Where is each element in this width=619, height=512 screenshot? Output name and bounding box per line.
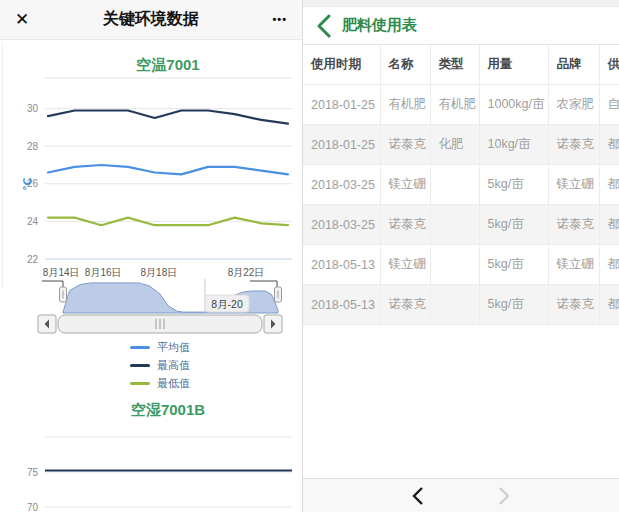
legend-dash-icon [130, 364, 150, 367]
table-cell: 诺泰克 [548, 205, 599, 245]
table-row[interactable]: 2018-03-25诺泰克5kg/亩诺泰克都安 [303, 205, 619, 245]
table-cell: 2018-03-25 [303, 165, 380, 205]
series-line [48, 111, 288, 124]
table-cell: 镁立硼 [380, 245, 430, 285]
y-axis-tick: 28 [27, 141, 39, 152]
table-cell: 2018-05-13 [303, 285, 380, 325]
table-cell: 镁立硼 [548, 165, 599, 205]
column-header: 供应商 [599, 45, 619, 85]
y-axis-tick: 24 [27, 216, 39, 227]
screen: ✕ 关键环境数据 ••• 空温70013028262422℃ 8月14日8月16… [0, 0, 619, 512]
chart-legend: 平均值最高值最低值 [130, 335, 302, 385]
legend-label: 平均值 [157, 340, 190, 355]
legend-item[interactable]: 最高值 [130, 358, 302, 373]
chart-range-navigator[interactable]: 8月14日8月16日8月18日8月22日8月-20 [0, 265, 302, 335]
back-icon[interactable] [316, 14, 332, 38]
legend-label: 最高值 [157, 358, 190, 373]
y-axis-tick: 22 [27, 254, 39, 265]
table-cell: 都安 [599, 165, 619, 205]
chart-title: 空湿7001B [131, 401, 205, 418]
table-cell: 诺泰克 [380, 125, 430, 165]
table-cell: 2018-01-25 [303, 125, 380, 165]
table-row[interactable]: 2018-01-25诺泰克化肥10kg/亩诺泰克都安 [303, 125, 619, 165]
navigator-tooltip-label: 8月-20 [211, 298, 243, 310]
y-axis-tick: 70 [27, 502, 39, 512]
column-header: 使用时期 [303, 45, 380, 85]
table-cell: 诺泰克 [380, 285, 430, 325]
legend-dash-icon [130, 346, 150, 349]
table-cell [430, 245, 479, 285]
top-strip [303, 0, 619, 7]
table-cell: 都安 [599, 285, 619, 325]
table-cell: 5kg/亩 [479, 285, 548, 325]
table-cell: 1000kg/亩 [479, 85, 548, 125]
browser-nav-bar [303, 478, 619, 512]
table-cell: 都安 [599, 205, 619, 245]
column-header: 类型 [430, 45, 479, 85]
table-cell: 5kg/亩 [479, 165, 548, 205]
table-cell: 5kg/亩 [479, 205, 548, 245]
legend-label: 最低值 [157, 376, 190, 391]
table-cell: 镁立硼 [380, 165, 430, 205]
table-cell: 2018-05-13 [303, 245, 380, 285]
y-axis-title: ℃ [21, 177, 33, 190]
temperature-chart: 空温70013028262422℃ [0, 40, 302, 265]
humidity-chart: 空湿7001B7570 [0, 385, 302, 512]
x-axis-tick: 8月22日 [228, 267, 265, 278]
environment-data-panel: ✕ 关键环境数据 ••• 空温70013028262422℃ 8月14日8月16… [0, 0, 302, 512]
y-axis-tick: 75 [27, 467, 39, 478]
table-cell: 诺泰克 [380, 205, 430, 245]
table-row[interactable]: 2018-01-25有机肥有机肥1000kg/亩农家肥自供 [303, 85, 619, 125]
nav-back-icon[interactable] [411, 486, 426, 506]
column-header: 名称 [380, 45, 430, 85]
column-header: 品牌 [548, 45, 599, 85]
table-cell [430, 205, 479, 245]
table-cell: 化肥 [430, 125, 479, 165]
table-cell: 都安 [599, 125, 619, 165]
table-cell: 10kg/亩 [479, 125, 548, 165]
table-cell [430, 165, 479, 205]
x-axis-tick: 8月18日 [141, 267, 178, 278]
table-cell: 有机肥 [380, 85, 430, 125]
table-cell [430, 285, 479, 325]
table-cell: 2018-01-25 [303, 85, 380, 125]
table-cell: 诺泰克 [548, 125, 599, 165]
page-title: 肥料使用表 [342, 16, 417, 35]
series-line [48, 165, 288, 174]
wechat-header: ✕ 关键环境数据 ••• [0, 0, 302, 40]
close-icon[interactable]: ✕ [15, 11, 29, 28]
legend-dash-icon [130, 382, 150, 385]
fertilizer-table-panel: 肥料使用表 使用时期名称类型用量品牌供应商 2018-01-25有机肥有机肥10… [302, 0, 619, 512]
y-axis-tick: 30 [27, 103, 39, 114]
x-axis-tick: 8月16日 [85, 267, 122, 278]
table-cell: 诺泰克 [548, 285, 599, 325]
table-cell: 农家肥 [548, 85, 599, 125]
scroll-indicator [2, 42, 3, 288]
column-header: 用量 [479, 45, 548, 85]
table-row[interactable]: 2018-05-13镁立硼5kg/亩镁立硼都安 [303, 245, 619, 285]
table-cell: 有机肥 [430, 85, 479, 125]
table-cell: 都安 [599, 245, 619, 285]
table-cell: 5kg/亩 [479, 245, 548, 285]
table-row[interactable]: 2018-05-13诺泰克5kg/亩诺泰克都安 [303, 285, 619, 325]
table-cell: 2018-03-25 [303, 205, 380, 245]
page-title: 关键环境数据 [103, 9, 199, 30]
chart-title: 空温7001 [136, 56, 199, 73]
nav-forward-icon[interactable] [496, 486, 511, 506]
table-row[interactable]: 2018-03-25镁立硼5kg/亩镁立硼都安 [303, 165, 619, 205]
legend-item[interactable]: 平均值 [130, 340, 302, 355]
table-cell: 镁立硼 [548, 245, 599, 285]
table-cell: 自供 [599, 85, 619, 125]
table-page-header: 肥料使用表 [303, 7, 619, 45]
x-axis-tick: 8月14日 [43, 267, 80, 278]
table-header-row: 使用时期名称类型用量品牌供应商 [303, 45, 619, 85]
fertilizer-table: 使用时期名称类型用量品牌供应商 2018-01-25有机肥有机肥1000kg/亩… [303, 45, 619, 325]
more-menu-icon[interactable]: ••• [272, 14, 287, 25]
